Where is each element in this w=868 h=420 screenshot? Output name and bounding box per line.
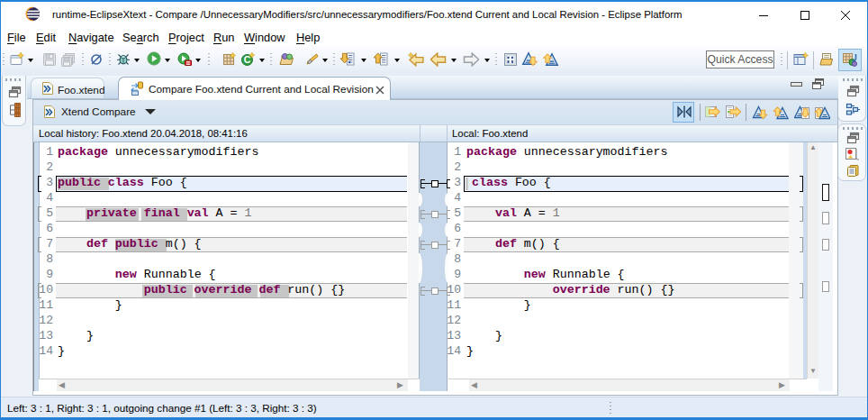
svg-text:C: C (244, 54, 251, 65)
